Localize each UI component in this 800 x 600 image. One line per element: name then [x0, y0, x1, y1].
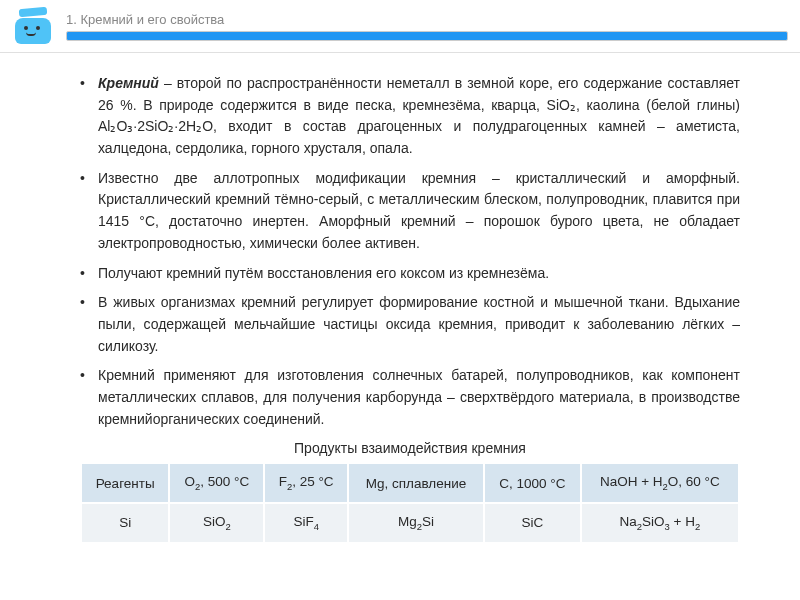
- list-item-text: Получают кремний путём восстановления ег…: [98, 265, 549, 281]
- lead-term: Кремний: [98, 75, 159, 91]
- list-item: Получают кремний путём восстановления ег…: [80, 263, 740, 285]
- header-bar: 1. Кремний и его свойства: [0, 0, 800, 53]
- list-item-text: Известно две аллотропных модификации кре…: [98, 170, 740, 251]
- table-title: Продукты взаимодействия кремния: [80, 440, 740, 456]
- progress-fill: [67, 32, 787, 40]
- table-cell: SiC: [484, 503, 581, 543]
- list-item: Известно две аллотропных модификации кре…: [80, 168, 740, 255]
- reactions-table: Реа­гентыO2, 500 °CF2, 25 °CMg, сплавлен…: [80, 462, 740, 543]
- lesson-title: 1. Кремний и его свойства: [66, 12, 788, 27]
- table-cell: SiF4: [264, 503, 348, 543]
- list-item-text: Кремний применяют для изготовления солне…: [98, 367, 740, 426]
- logo-icon: [12, 8, 54, 44]
- table-header: Реа­генты: [81, 463, 169, 503]
- progress-section: 1. Кремний и его свойства: [66, 12, 788, 41]
- list-item: Кремний – второй по распространённости н…: [80, 73, 740, 160]
- table-cell: SiO2: [169, 503, 264, 543]
- bullet-list: Кремний – второй по распространённости н…: [80, 73, 740, 430]
- table-header: NaOH + H2O, 60 °C: [581, 463, 739, 503]
- list-item-text: В живых организмах кремний регулирует фо…: [98, 294, 740, 353]
- table-header: Mg, сплавление: [348, 463, 484, 503]
- table-cell: Mg2Si: [348, 503, 484, 543]
- list-item-text: – второй по распространённости неметалл …: [98, 75, 740, 156]
- table-cell: Na2SiO3 + H2: [581, 503, 739, 543]
- content-area: Кремний – второй по распространённости н…: [0, 53, 800, 554]
- table-cell: Si: [81, 503, 169, 543]
- progress-bar[interactable]: [66, 31, 788, 41]
- table-header: C, 1000 °C: [484, 463, 581, 503]
- list-item: Кремний применяют для изготовления солне…: [80, 365, 740, 430]
- table-header: F2, 25 °C: [264, 463, 348, 503]
- table-header: O2, 500 °C: [169, 463, 264, 503]
- list-item: В живых организмах кремний регулирует фо…: [80, 292, 740, 357]
